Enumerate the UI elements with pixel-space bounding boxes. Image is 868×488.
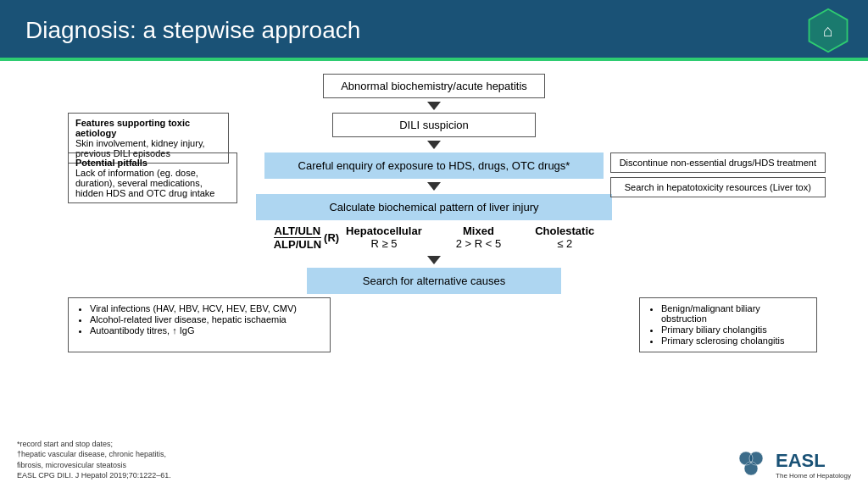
cat2-title: Mixed (456, 225, 501, 237)
page-header: Diagnosis: a stepwise approach ⌂ (0, 0, 868, 61)
pitfalls-title: Potential pitfalls (75, 158, 230, 168)
pitfalls-note: Potential pitfalls Lack of information (… (68, 152, 237, 203)
hepatotox-label: Search in hepatotoxicity resources (Live… (625, 182, 811, 192)
hepatotox-box: Search in hepatotoxicity resources (Live… (610, 177, 826, 197)
footer-line2: †hepatic vascular disease, chronic hepat… (17, 449, 171, 460)
footer: *record start and stop dates; †hepatic v… (17, 439, 171, 481)
right-causes-box: Benign/malignant biliary obstruction Pri… (639, 297, 817, 352)
categories-row: ALT/ULN ALP/ULN (R) Hepatocellular R ≥ 5… (17, 223, 851, 252)
svg-text:⌂: ⌂ (823, 21, 833, 40)
cause-item-4: Benign/malignant biliary obstruction (661, 303, 808, 324)
arrow1 (17, 100, 851, 112)
step1-row: Abnormal biochemistry/acute hepatitis (17, 74, 851, 98)
alternative-causes-row: Viral infections (HAV, HBV, HCV, HEV, EB… (17, 297, 851, 352)
step3-area: Potential pitfalls Lack of information (… (17, 152, 851, 179)
injury-categories: Hepatocellular R ≥ 5 Mixed 2 > R < 5 Cho… (346, 225, 594, 250)
arrow-down-icon4 (427, 256, 441, 264)
flow-diagram: Abnormal biochemistry/acute hepatitis Fe… (17, 74, 851, 352)
easl-text-area: EASL The Home of Hepatology (776, 450, 851, 480)
home-hexagon-icon[interactable]: ⌂ (805, 8, 851, 53)
step3-box: Careful enquiry of exposure to HDS, drug… (264, 152, 604, 179)
cat1-title: Hepatocellular (346, 225, 422, 237)
discontinue-label: Discontinue non-essential drugs/HDS trea… (620, 158, 816, 168)
cause-item-1: Viral infections (HAV, HBV, HCV, HEV, EB… (90, 303, 321, 313)
left-causes-list: Viral infections (HAV, HBV, HCV, HEV, EB… (77, 303, 321, 336)
r-formula-area: ALT/ULN ALP/ULN (R) (274, 225, 339, 251)
step5-box: Search for alternative causes (307, 268, 561, 294)
step4-label: Calculate biochemical pattern of liver i… (329, 201, 538, 214)
arrow-down-icon (427, 102, 441, 110)
cause-item-6: Primary sclerosing cholangitis (661, 336, 808, 346)
right-action-boxes: Discontinue non-essential drugs/HDS trea… (610, 152, 826, 197)
step2-area: Features supporting toxic aetiology Skin… (17, 113, 851, 137)
footer-line1: *record start and stop dates; (17, 439, 171, 450)
footer-line3: fibrosis, microvesicular steatosis (17, 460, 171, 471)
left-causes-box: Viral infections (HAV, HBV, HCV, HEV, EB… (68, 297, 331, 352)
easl-logo: EASL The Home of Hepatology (737, 448, 851, 481)
step5-label: Search for alternative causes (363, 274, 505, 287)
main-content: Abnormal biochemistry/acute hepatitis Fe… (0, 61, 868, 488)
cat3-value: ≤ 2 (535, 237, 594, 250)
r-numerator: ALT/ULN (274, 225, 321, 238)
cat2-value: 2 > R < 5 (456, 237, 501, 250)
easl-name: EASL (776, 450, 851, 472)
step5-row: Search for alternative causes (17, 268, 851, 294)
step1-label: Abnormal biochemistry/acute hepatitis (341, 80, 527, 92)
footer-line4: EASL CPG DILI. J Hepatol 2019;70:1222–61… (17, 470, 171, 481)
r-label: (R) (324, 231, 339, 244)
r-denominator: ALP/ULN (274, 238, 321, 251)
r-formula: ALT/ULN ALP/ULN (274, 225, 321, 251)
toxic-note-title: Features supporting toxic aetiology (75, 118, 221, 138)
step4-box: Calculate biochemical pattern of liver i… (256, 194, 612, 220)
step3-label: Careful enquiry of exposure to HDS, drug… (298, 159, 570, 172)
cholestatic-category: Cholestatic ≤ 2 (535, 225, 594, 250)
step2-box: DILI suspicion (332, 113, 536, 137)
right-causes-list: Benign/malignant biliary obstruction Pri… (648, 303, 808, 346)
cause-item-2: Alcohol-related liver disease, hepatic i… (90, 314, 321, 324)
mixed-category: Mixed 2 > R < 5 (456, 225, 501, 250)
step2-label: DILI suspicion (399, 119, 469, 131)
arrow-down-icon2 (427, 141, 441, 149)
step1-box: Abnormal biochemistry/acute hepatitis (323, 74, 545, 98)
easl-circles-icon (737, 448, 771, 481)
cause-item-3: Autoantibody titres, ↑ IgG (90, 325, 321, 336)
arrow-down-icon3 (427, 182, 441, 191)
cat1-value: R ≥ 5 (346, 237, 422, 250)
cat3-title: Cholestatic (535, 225, 594, 237)
hepatocellular-category: Hepatocellular R ≥ 5 (346, 225, 422, 250)
cause-item-5: Primary biliary cholangitis (661, 324, 808, 335)
discontinue-box: Discontinue non-essential drugs/HDS trea… (610, 152, 826, 173)
pitfalls-body: Lack of information (eg. dose, duration)… (75, 168, 230, 198)
arrow4 (17, 254, 851, 266)
easl-subtitle: The Home of Hepatology (776, 472, 851, 480)
page-title: Diagnosis: a stepwise approach (25, 17, 360, 44)
